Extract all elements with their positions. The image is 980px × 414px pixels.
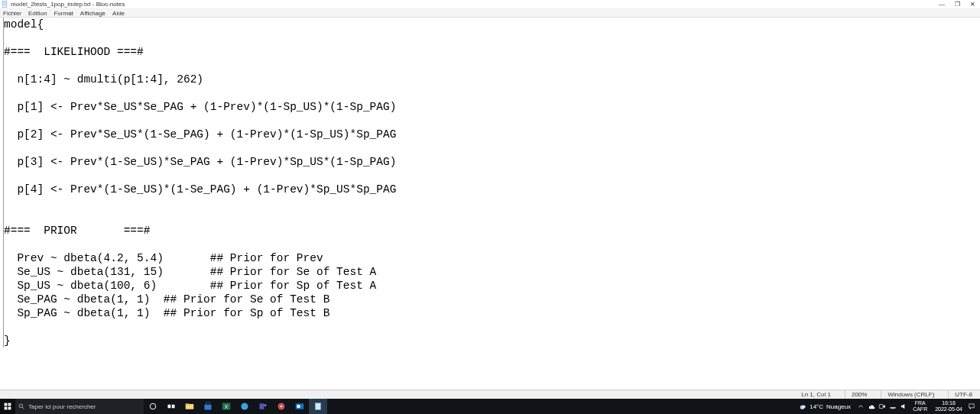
- svg-rect-7: [8, 407, 11, 410]
- clock-date: 2022-05-04: [935, 406, 962, 412]
- menu-format[interactable]: Format: [54, 10, 73, 17]
- tray-meetnow-icon[interactable]: [877, 399, 888, 414]
- weather-widget[interactable]: 14°C Nuageux: [793, 403, 855, 411]
- tray-clock[interactable]: 16:18 2022-05-04: [931, 400, 966, 412]
- close-button[interactable]: ✕: [965, 0, 980, 9]
- status-lineending: Windows (CRLF): [881, 390, 934, 399]
- maximize-button[interactable]: ❐: [949, 0, 965, 9]
- taskbar-pinned-apps: X: [144, 399, 327, 414]
- window-titlebar: model_2tests_1pop_indep.txt - Bloc-notes…: [0, 0, 980, 9]
- tray-notifications-icon[interactable]: [966, 399, 977, 414]
- text-editor-area[interactable]: model{ #=== LIKELIHOOD ===# n[1:4] ~ dmu…: [0, 18, 980, 390]
- svg-rect-30: [890, 407, 896, 408]
- task-view-icon[interactable]: [144, 399, 162, 414]
- window-controls: — ❐ ✕: [934, 0, 980, 8]
- svg-rect-11: [168, 405, 171, 409]
- status-position: Ln 1, Col 1: [795, 390, 831, 399]
- tray-volume-icon[interactable]: [898, 399, 909, 414]
- notepad-icon: [2, 1, 8, 8]
- window-title: model_2tests_1pop_indep.txt - Bloc-notes: [11, 1, 125, 8]
- teams-icon[interactable]: [254, 399, 272, 414]
- svg-text:X: X: [225, 404, 229, 409]
- start-button[interactable]: [0, 399, 15, 414]
- edge-icon[interactable]: [235, 399, 254, 414]
- editor-content[interactable]: model{ #=== LIKELIHOOD ===# n[1:4] ~ dmu…: [3, 18, 977, 348]
- svg-point-28: [803, 405, 806, 408]
- menu-fichier[interactable]: Fichier: [3, 10, 21, 17]
- svg-line-9: [22, 407, 24, 409]
- svg-point-8: [19, 404, 23, 408]
- status-encoding: UTF-8: [948, 390, 972, 399]
- search-placeholder: Taper ici pour rechercher: [28, 403, 96, 410]
- svg-point-23: [281, 406, 282, 407]
- tray-language[interactable]: FRA CAFR: [909, 400, 931, 412]
- weather-icon: [798, 403, 806, 411]
- svg-rect-4: [5, 403, 8, 406]
- clock-time: 16:18: [942, 400, 956, 406]
- tray-network-icon[interactable]: [888, 399, 898, 414]
- lang-line2: CAFR: [913, 406, 927, 412]
- menu-aide[interactable]: Aide: [112, 10, 125, 17]
- notepad-taskbar-icon[interactable]: [309, 399, 327, 414]
- taskbar-search[interactable]: Taper ici pour rechercher: [15, 399, 144, 414]
- weather-temp: 14°C: [810, 403, 823, 410]
- system-tray: 14°C Nuageux FRA CAFR 16:18 2022-05-04: [793, 399, 980, 414]
- file-explorer-icon[interactable]: [180, 399, 199, 414]
- store-icon[interactable]: [199, 399, 217, 414]
- svg-point-20: [264, 404, 267, 406]
- tray-chevron-up-icon[interactable]: [855, 399, 866, 414]
- svg-rect-31: [891, 409, 894, 409]
- statusbar: Ln 1, Col 1 200% Windows (CRLF) UTF-8: [0, 390, 980, 399]
- excel-icon[interactable]: X: [217, 399, 235, 414]
- svg-rect-12: [172, 405, 175, 409]
- menu-edition[interactable]: Edition: [28, 10, 47, 17]
- taskbar: Taper ici pour rechercher X: [0, 399, 980, 414]
- status-zoom: 200%: [845, 390, 867, 399]
- svg-rect-15: [205, 405, 212, 410]
- cortana-icon[interactable]: [162, 399, 180, 414]
- svg-rect-14: [186, 403, 190, 405]
- outlook-icon[interactable]: [290, 399, 309, 414]
- search-icon: [18, 403, 25, 410]
- svg-point-25: [297, 405, 300, 409]
- svg-rect-19: [260, 403, 264, 409]
- svg-rect-5: [8, 403, 11, 406]
- svg-rect-32: [969, 404, 974, 408]
- weather-desc: Nuageux: [826, 403, 851, 410]
- svg-rect-6: [5, 407, 8, 410]
- svg-rect-0: [2, 2, 7, 8]
- svg-rect-26: [315, 403, 321, 410]
- minimize-button[interactable]: —: [934, 0, 949, 9]
- lang-line1: FRA: [915, 400, 926, 406]
- svg-point-18: [242, 403, 248, 410]
- svg-rect-29: [879, 405, 883, 409]
- menu-affichage[interactable]: Affichage: [80, 10, 105, 17]
- svg-point-10: [150, 403, 156, 409]
- menubar: Fichier Edition Format Affichage Aide: [0, 9, 980, 18]
- tray-onedrive-icon[interactable]: [866, 399, 877, 414]
- chrome-icon[interactable]: [272, 399, 290, 414]
